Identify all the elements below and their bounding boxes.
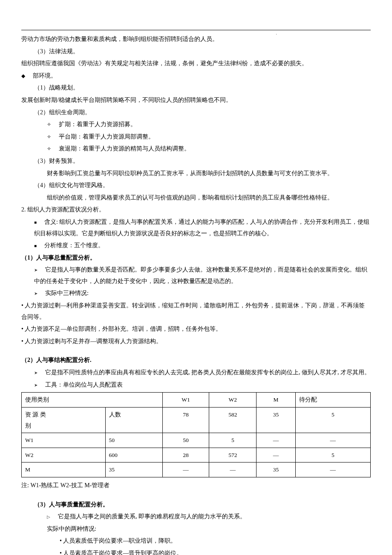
text: 分析维度：五个维度。 xyxy=(44,242,104,249)
cell: 572 xyxy=(209,448,257,462)
text: 衰退期：着重于人力资源的精简与人员结构调整。 xyxy=(59,145,190,152)
cell: — xyxy=(209,462,257,477)
cell: W1 xyxy=(22,433,106,448)
table-note: 注: W1-熟练工 W2-技工 M-管理者 xyxy=(21,480,371,491)
table-row: W2 600 28 572 — 5 xyxy=(22,448,371,462)
para: 财务影响到工资总量与不同职位职种员工的工资水平，从而影响到计划招聘的人员数量与可… xyxy=(21,168,371,179)
para-sub: 平台期：着重于人力资源局部调整。 xyxy=(21,131,371,143)
th-pending: 待分配 xyxy=(295,393,370,408)
cell: 50 xyxy=(163,433,209,448)
cell: 5 xyxy=(295,407,370,433)
para: （3）法律法规。 xyxy=(21,46,371,58)
table-row: M 35 — — 35 — xyxy=(22,462,371,477)
para-sub: 衰退期：着重于人力资源的精简与人员结构调整。 xyxy=(21,143,371,155)
para-arrow: 工具：单位岗位与人员配置表 xyxy=(21,379,371,391)
cell: 35 xyxy=(257,462,295,477)
para: • 人员素质高于岗位要求—晋升到更高的岗位。 xyxy=(21,548,371,555)
text: 资 源 类 xyxy=(25,411,46,418)
section-a: （1）人与事总量配置分析。 它是指人与事的数量关系是否匹配。即多少事要多少人去做… xyxy=(21,252,371,347)
table-header-row: 使用类别 W1 W2 M 待分配 xyxy=(22,393,371,408)
text: 工具：单位岗位与人员配置表 xyxy=(45,382,123,388)
th-w1: W1 xyxy=(163,393,209,408)
cell: 28 xyxy=(163,448,209,462)
para: （4）组织文化与管理风格。 xyxy=(21,180,371,191)
top-dot: . xyxy=(276,29,277,37)
cell: — xyxy=(257,448,295,462)
para-square: 分析维度：五个维度。 xyxy=(21,240,371,251)
text: 别 xyxy=(25,422,31,429)
text: 它是指人与事的数量关系是否匹配。即多少事要多少人去做。这种数量关系不是绝对的，而… xyxy=(34,266,367,284)
heading-2: （2）人与事结构配置分析. xyxy=(21,355,371,366)
para: （1）战略规划。 xyxy=(21,82,371,94)
para: 实际中的两种情况: xyxy=(21,523,371,535)
para-arrow: 它是指人与事之间的质量关系, 即事的难易程度与人的能力水平的关系。 xyxy=(21,511,371,523)
body-section-2: 2. 组织人力资源配置状况分析。 含义: 组织人力资源配置，是指人与事的配置关系… xyxy=(21,204,371,251)
text: 部环境。 xyxy=(33,72,57,79)
cell: 35 xyxy=(257,407,295,433)
cell: — xyxy=(295,462,370,477)
top-horizontal-rule xyxy=(21,30,371,30)
text: 扩期：着重于人力资源招募。 xyxy=(59,121,136,127)
para-arrow: 它是指不同性质特点的事应由具有相应专长的人去完成, 把各类人员分配在最能发挥专长… xyxy=(21,367,371,379)
cell: 人数 xyxy=(105,407,163,433)
para-arrow: 实际中三种情况: xyxy=(21,288,371,299)
allocation-table: 使用类别 W1 W2 M 待分配 资 源 类别 人数 78 582 35 5 W… xyxy=(21,392,371,477)
th-m: M xyxy=(257,393,295,408)
cell: — xyxy=(295,433,370,448)
para: 发展创新时期/稳健成长平台期招聘策略不同，不同职位人员的招聘策略也不同。 xyxy=(21,95,371,106)
text: 实际中三种情况: xyxy=(45,290,89,296)
para: （2）组织生命周期。 xyxy=(21,107,371,119)
para: （3）财务预算。 xyxy=(21,156,371,167)
cell: W2 xyxy=(22,448,106,462)
cell: — xyxy=(163,462,209,477)
para: 劳动力市场的劳动力数量和素质构成，影响到组织能否招聘到适合的人员。 xyxy=(21,34,371,45)
para: 组织的价值观，管理风格要求员工的认可与价值观的趋同，影响着组织计划招聘的员工应具… xyxy=(21,192,371,204)
para: • 人力资源过剩与不足并存—调整现有人力资源结构。 xyxy=(21,336,371,347)
para: 组织招聘应遵循我国《劳动法》有关规定与相关法律，法规，条例，避免产生法律纠纷，造… xyxy=(21,58,371,69)
section-b: （2）人与事结构配置分析. 它是指不同性质特点的事应由具有相应专长的人去完成, … xyxy=(21,355,371,491)
cell: 5 xyxy=(209,433,257,448)
para-arrow: 它是指人与事的数量关系是否匹配。即多少事要多少人去做。这种数量关系不是绝对的，而… xyxy=(21,264,371,287)
cell: 资 源 类别 xyxy=(22,407,106,433)
th-use: 使用类别 xyxy=(22,393,163,408)
para: 2. 组织人力资源配置状况分析。 xyxy=(21,204,371,216)
section-c: （3）人与事质量配置分析。 它是指人与事之间的质量关系, 即事的难易程度与人的能… xyxy=(21,499,371,555)
table-row: W1 50 50 5 — — xyxy=(22,433,371,448)
para-square: 含义: 组织人力资源配置，是指人与事的配置关系，通过人的能力与事的匹配，人与人的… xyxy=(21,217,371,239)
para: • 人员素质低于岗位要求—职业培训，降职。 xyxy=(21,535,371,547)
para-sub: 扩期：着重于人力资源招募。 xyxy=(21,119,371,130)
cell: 35 xyxy=(105,462,163,477)
text: 它是指不同性质特点的事应由具有相应专长的人去完成, 把各类人员分配在最能发挥专长… xyxy=(45,369,370,376)
cell: 5 xyxy=(295,448,370,462)
para-bullet: 部环境。 xyxy=(21,70,371,82)
cell: — xyxy=(257,433,295,448)
table-row: 资 源 类别 人数 78 582 35 5 xyxy=(22,407,371,433)
cell: 600 xyxy=(105,448,163,462)
cell: 50 xyxy=(105,433,163,448)
text: 平台期：着重于人力资源局部调整。 xyxy=(59,133,154,140)
text: 它是指人与事之间的质量关系, 即事的难易程度与人的能力水平的关系。 xyxy=(58,513,246,520)
cell: M xyxy=(22,462,106,477)
text: 含义: 组织人力资源配置，是指人与事的配置关系，通过人的能力与事的匹配，人与人的… xyxy=(34,219,369,237)
cell: 78 xyxy=(163,407,209,433)
heading-1: （1）人与事总量配置分析。 xyxy=(21,252,371,264)
body-section-1: 劳动力市场的劳动力数量和素质构成，影响到组织能否招聘到适合的人员。 （3）法律法… xyxy=(21,34,371,203)
para: • 人力资源过剩—利用多种渠道妥善安置。转业训练，缩短工作时间，遣散临时用工，外… xyxy=(21,300,371,323)
para: • 人力资源不足—单位部调剂，外部补充。培训，借调，招聘，任务外包等。 xyxy=(21,324,371,335)
th-w2: W2 xyxy=(209,393,257,408)
heading-3: （3）人与事质量配置分析。 xyxy=(21,499,371,511)
cell: 582 xyxy=(209,407,257,433)
